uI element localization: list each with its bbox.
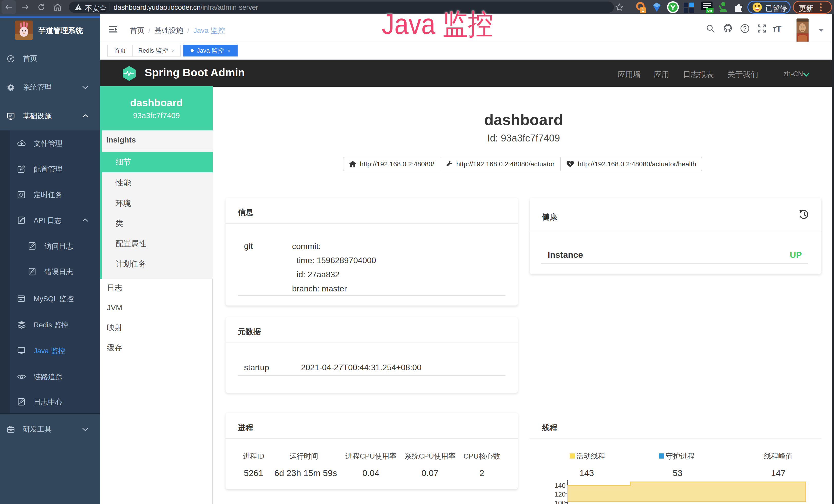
svg-text:1: 1 [642,8,644,13]
svg-text:on: on [707,8,712,13]
